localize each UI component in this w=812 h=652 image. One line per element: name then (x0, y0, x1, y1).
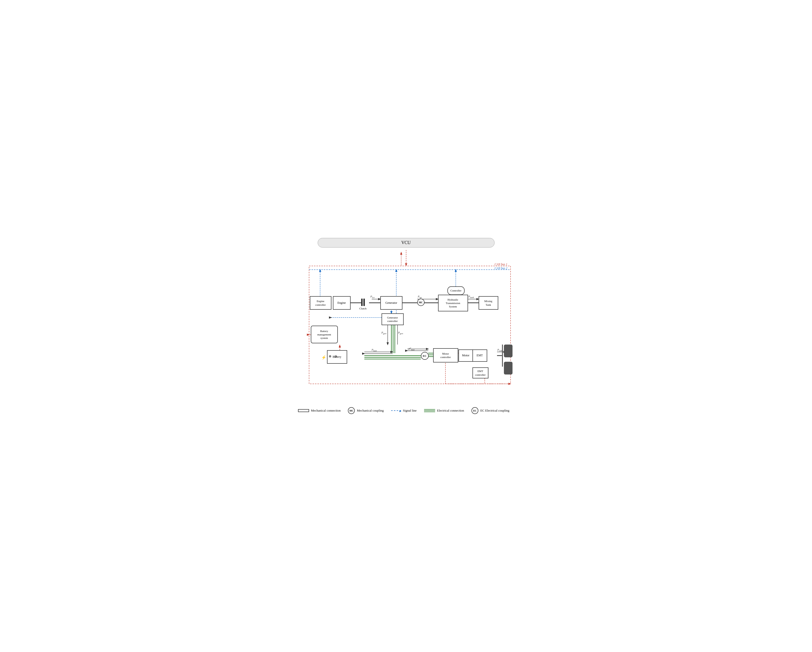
mc-circle: MC (417, 299, 424, 306)
mixing-tank-label: MixingTank (484, 299, 492, 306)
engine-label: Engine (337, 301, 346, 305)
emt-controller-box: EMTcontroller (472, 367, 488, 378)
hydraulic-label: HydraulicTransmissionSystem (446, 298, 460, 308)
legend-ec: EC EC Electrical coupling (472, 407, 509, 414)
mc-icon: MC (348, 407, 355, 414)
legend-signal: ▶ Signal line (391, 407, 417, 414)
legend-electrical: Electrical connection (424, 407, 464, 414)
ec-icon: EC (472, 407, 478, 414)
p-tank-label: Ptank (469, 295, 474, 299)
engine-controller-label: Enginecontroller (315, 299, 326, 306)
motor-controller-box: Motorcontroller (433, 348, 458, 363)
legend-electrical-label: Electrical connection (437, 409, 464, 413)
motor-controller-label: Motorcontroller (440, 352, 451, 359)
generator-controller-label: Generatorcontroller (387, 316, 398, 323)
diagram-container: VCU (296, 238, 517, 414)
vcu-label: VCU (401, 240, 411, 245)
controller-box: Controller (447, 286, 465, 295)
p-gen-up-label: Pgen (398, 331, 403, 335)
legend-mc: MC Mechanical coupling (348, 407, 383, 414)
controller-label: Controller (450, 289, 461, 292)
generator-box: Generator (380, 296, 403, 310)
engine-controller-box: Enginecontroller (310, 296, 331, 310)
p-gen-down-label: Pgen (382, 331, 386, 335)
legend-mechanical-label: Mechanical connection (311, 409, 341, 413)
clutch-label: Clutch (359, 307, 366, 310)
motor-label: Motor (462, 353, 470, 358)
engine-box: Engine (333, 296, 351, 310)
p-batt-label: Pbatt (372, 348, 377, 352)
battery-label: Battery (333, 355, 341, 359)
svg-text:CAN bus 2: CAN bus 2 (495, 267, 507, 270)
generator-label: Generator (386, 301, 397, 305)
legend-signal-label: Signal line (403, 409, 417, 413)
emt-label: EMT (477, 353, 483, 358)
emt-controller-label: EMTcontroller (475, 369, 486, 376)
vcu-bar: VCU (317, 238, 495, 248)
bms-label: Batterymanagementsystem (317, 329, 331, 340)
generator-controller-box: Generatorcontroller (382, 313, 404, 325)
legend-mechanical: Mechanical connection (298, 407, 341, 414)
p-veh-label: Pveh (498, 348, 502, 352)
wheel-bottom (504, 362, 513, 375)
elec-lines-icon (424, 409, 435, 412)
ec-label: EC (423, 354, 426, 357)
p-ice-label: Pice (371, 295, 375, 299)
p-up-label: Pup (418, 295, 422, 299)
mc-label: MC (419, 301, 423, 304)
p-mot-label: Pemot (409, 346, 415, 351)
battery-box: Battery (327, 350, 347, 364)
wheel-top (504, 344, 513, 357)
motor-box: Motor (458, 349, 473, 362)
svg-text:CAN bus 1: CAN bus 1 (495, 262, 507, 266)
emt-box: EMT (472, 349, 487, 362)
signal-blue-icon: ▶ (391, 410, 401, 411)
bms-box: Batterymanagementsystem (311, 326, 338, 343)
legend-ec-label: EC Electrical coupling (480, 409, 509, 413)
hydraulic-box: HydraulicTransmissionSystem (438, 295, 468, 311)
diagram-area: CAN bus 1 CAN bus 2 (296, 250, 517, 402)
mech-line-icon (298, 409, 309, 412)
svg-rect-0 (309, 266, 511, 384)
mixing-tank-box: MixingTank (479, 296, 498, 310)
battery-plug: ⚡ (321, 355, 326, 360)
clutch-symbol (361, 299, 365, 306)
legend-mc-label: Mechanical coupling (357, 409, 383, 413)
ec-circle: EC (421, 352, 429, 360)
legend: Mechanical connection MC Mechanical coup… (296, 407, 517, 414)
